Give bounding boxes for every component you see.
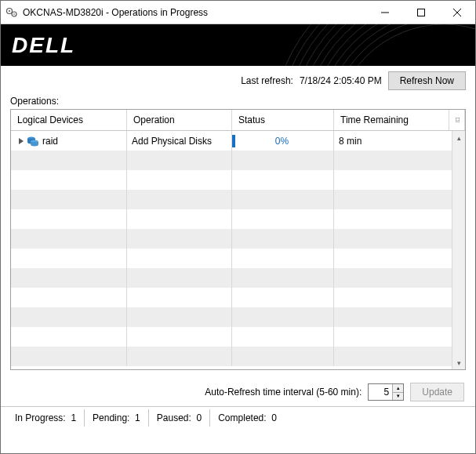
col-time-remaining[interactable]: Time Remaining — [334, 110, 449, 130]
minimize-button[interactable] — [367, 1, 403, 24]
status-in-progress: In Progress: 1 — [7, 409, 85, 427]
column-picker-button[interactable] — [449, 110, 465, 130]
table-row — [11, 288, 452, 307]
banner-arcs — [114, 24, 475, 66]
window-controls — [367, 1, 475, 24]
svg-rect-5 — [418, 9, 425, 16]
svg-point-11 — [290, 24, 475, 66]
operations-table: Logical Devices Operation Status Time Re… — [10, 109, 466, 370]
table-header: Logical Devices Operation Status Time Re… — [11, 110, 465, 131]
spin-up-icon[interactable]: ▲ — [393, 384, 403, 393]
dell-logo: DELL — [12, 33, 75, 58]
auto-refresh-label: Auto-Refresh time interval (5-60 min): — [205, 387, 362, 398]
gears-icon — [5, 6, 18, 19]
device-name: raid — [42, 136, 58, 147]
table-row — [11, 209, 452, 229]
disk-group-icon — [27, 135, 39, 147]
status-bar: In Progress: 1 Pending: 1 Paused: 0 Comp… — [1, 407, 475, 429]
refresh-row: Last refresh: 7/18/24 2:05:40 PM Refresh… — [1, 66, 475, 96]
maximize-button[interactable] — [403, 1, 439, 24]
svg-point-9 — [278, 24, 475, 66]
svg-point-12 — [296, 24, 475, 66]
svg-point-16 — [322, 24, 475, 66]
table-row — [11, 170, 452, 190]
table-row — [11, 190, 452, 209]
col-operation[interactable]: Operation — [127, 110, 232, 130]
table-row — [11, 249, 452, 268]
interval-input[interactable] — [369, 384, 392, 400]
status-paused: Paused: 0 — [149, 409, 210, 427]
scroll-up-icon[interactable]: ▴ — [452, 131, 465, 144]
expand-caret-icon[interactable] — [19, 138, 24, 144]
app-window: OKCNAS-MD3820i - Operations in Progress … — [0, 0, 476, 454]
col-status[interactable]: Status — [232, 110, 334, 130]
update-button[interactable]: Update — [410, 383, 464, 401]
spin-down-icon[interactable]: ▼ — [393, 393, 403, 401]
brand-banner: DELL — [1, 24, 475, 66]
operation-value: Add Physical Disks — [127, 131, 232, 151]
titlebar: OKCNAS-MD3820i - Operations in Progress — [1, 1, 475, 24]
last-refresh-time: 7/18/24 2:05:40 PM — [300, 75, 382, 86]
table-row — [11, 229, 452, 249]
operations-label: Operations: — [1, 96, 475, 109]
auto-refresh-row: Auto-Refresh time interval (5-60 min): ▲… — [1, 370, 475, 407]
table-body: raid Add Physical Disks 0% 8 min — [11, 131, 452, 369]
table-row[interactable]: raid Add Physical Disks 0% 8 min — [11, 131, 452, 151]
svg-point-2 — [9, 10, 10, 12]
table-row — [11, 268, 452, 288]
table-row — [11, 327, 452, 347]
status-completed: Completed: 0 — [210, 409, 285, 427]
svg-point-3 — [13, 13, 15, 15]
svg-point-25 — [31, 142, 38, 146]
svg-point-17 — [328, 24, 475, 66]
scroll-down-icon[interactable]: ▾ — [452, 356, 465, 369]
refresh-now-button[interactable]: Refresh Now — [388, 71, 466, 90]
svg-point-13 — [303, 24, 475, 66]
interval-spinner[interactable]: ▲ ▼ — [368, 383, 404, 401]
status-pending: Pending: 1 — [85, 409, 149, 427]
table-scrollbar[interactable]: ▴ ▾ — [452, 131, 465, 369]
progress-text: 0% — [275, 136, 289, 147]
col-logical-devices[interactable]: Logical Devices — [11, 110, 127, 130]
close-button[interactable] — [439, 1, 475, 24]
table-row — [11, 347, 452, 366]
last-refresh-label: Last refresh: — [241, 75, 293, 86]
time-remaining-value: 8 min — [334, 131, 452, 151]
window-title: OKCNAS-MD3820i - Operations in Progress — [23, 7, 367, 18]
progress-bar: 0% — [232, 135, 329, 147]
table-row — [11, 307, 452, 327]
table-row — [11, 151, 452, 170]
